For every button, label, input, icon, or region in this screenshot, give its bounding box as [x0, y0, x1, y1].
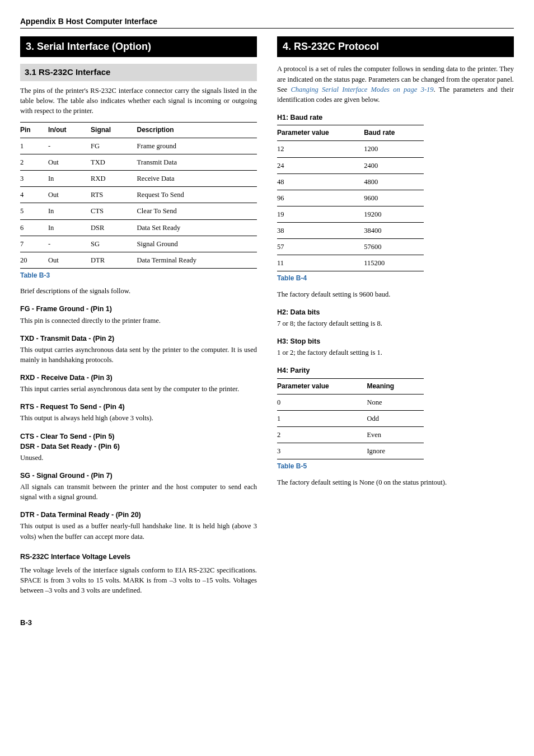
cts-dsr-body: Unused. [20, 453, 257, 463]
table-row: 2OutTXDTransmit Data [20, 154, 257, 171]
col-pin: Pin [20, 122, 48, 138]
cell-signal: FG [91, 138, 137, 154]
h4-parity-heading: H4: Parity [277, 365, 514, 375]
table-row: 6InDSRData Set Ready [20, 219, 257, 236]
table-row: 3InRXDReceive Data [20, 171, 257, 187]
table-row: 11115200 [277, 255, 424, 271]
cell-pin: 7 [20, 236, 48, 252]
baud-default-note: The factory default setting is 9600 baud… [277, 289, 514, 299]
cell-pin: 20 [20, 252, 48, 268]
right-column: 4. RS-232C Protocol A protocol is a set … [277, 36, 514, 595]
brief-descriptions-lead: Brief descriptions of the signals follow… [20, 286, 257, 296]
sg-heading: SG - Signal Ground - (Pin 7) [20, 471, 257, 481]
signal-heading: TXD - Transmit Data - (Pin 2) [20, 334, 257, 344]
signal-heading: RTS - Request To Send - (Pin 4) [20, 402, 257, 412]
table-row: 1Odd [277, 411, 424, 427]
page-header: Appendix B Host Computer Interface [20, 16, 514, 29]
col-parameter-value: Parameter value [277, 378, 367, 394]
h3-stop-bits-body: 1 or 2; the factory default setting is 1… [277, 348, 514, 358]
signal-body: This output carries asynchronous data se… [20, 345, 257, 365]
cell-param: 2 [277, 427, 367, 443]
cell-pin: 5 [20, 203, 48, 219]
cts-heading: CTS - Clear To Send - (Pin 5) [20, 431, 257, 442]
cell-desc: Receive Data [137, 171, 257, 187]
cell-param: 12 [277, 141, 364, 157]
parity-table: Parameter value Meaning 0None1Odd2Even3I… [277, 378, 424, 460]
table-row: 121200 [277, 141, 424, 157]
cell-param: 38 [277, 223, 364, 239]
cell-rate: 1200 [364, 141, 424, 157]
cross-reference-link[interactable]: Changing Serial Interface Modes on page … [291, 86, 433, 93]
cell-signal: DSR [91, 219, 137, 236]
cell-meaning: Even [367, 427, 424, 443]
cell-param: 0 [277, 394, 367, 410]
col-baud-rate: Baud rate [364, 125, 424, 141]
cell-inout: In [48, 219, 91, 236]
cell-rate: 2400 [364, 157, 424, 173]
cell-desc: Transmit Data [137, 154, 257, 171]
col-signal: Signal [91, 122, 137, 138]
pin-table: Pin In/out Signal Description 1-FGFrame … [20, 122, 257, 269]
table-b4-caption: Table B-4 [277, 274, 514, 283]
signal-heading: FG - Frame Ground - (Pin 1) [20, 304, 257, 314]
cell-desc: Frame ground [137, 138, 257, 154]
section-heading-4: 4. RS-232C Protocol [277, 36, 514, 57]
cell-meaning: Ignore [367, 443, 424, 459]
cell-inout: In [48, 203, 91, 219]
table-header-row: Parameter value Baud rate [277, 125, 424, 141]
section-heading-3: 3. Serial Interface (Option) [20, 36, 257, 57]
cell-inout: Out [48, 154, 91, 171]
cell-meaning: Odd [367, 411, 424, 427]
cell-signal: RXD [91, 171, 137, 187]
table-header-row: Pin In/out Signal Description [20, 122, 257, 138]
cell-param: 24 [277, 157, 364, 173]
table-row: 2Even [277, 427, 424, 443]
cell-desc: Clear To Send [137, 203, 257, 219]
cell-param: 96 [277, 190, 364, 206]
cell-inout: In [48, 171, 91, 187]
h2-data-bits-heading: H2: Data bits [277, 307, 514, 317]
cell-signal: RTS [91, 187, 137, 203]
table-row: 3Ignore [277, 443, 424, 459]
cell-pin: 4 [20, 187, 48, 203]
cell-inout: - [48, 236, 91, 252]
table-row: 4OutRTSRequest To Send [20, 187, 257, 203]
table-row: 969600 [277, 190, 424, 206]
cell-rate: 57600 [364, 239, 424, 255]
parity-default-note: The factory default setting is None (0 o… [277, 477, 514, 487]
cell-param: 3 [277, 443, 367, 459]
h2-data-bits-body: 7 or 8; the factory default setting is 8… [277, 318, 514, 328]
table-row: 5757600 [277, 239, 424, 255]
table-row: 1919200 [277, 206, 424, 222]
table-row: 20OutDTRData Terminal Ready [20, 252, 257, 268]
cell-rate: 19200 [364, 206, 424, 222]
col-parameter-value: Parameter value [277, 125, 364, 141]
page-footer: B-3 [20, 618, 514, 628]
cell-signal: SG [91, 236, 137, 252]
cell-signal: TXD [91, 154, 137, 171]
cell-meaning: None [367, 394, 424, 410]
signal-heading: RXD - Receive Data - (Pin 3) [20, 373, 257, 383]
signal-body: This output is always held high (above 3… [20, 413, 257, 423]
signal-body: This input carries serial asynchronous d… [20, 384, 257, 394]
cell-desc: Data Set Ready [137, 219, 257, 236]
table-row: 7-SGSignal Ground [20, 236, 257, 252]
cell-rate: 115200 [364, 255, 424, 271]
dtr-heading: DTR - Data Terminal Ready - (Pin 20) [20, 510, 257, 520]
table-b3-caption: Table B-3 [20, 271, 257, 280]
table-row: 484800 [277, 173, 424, 190]
h3-stop-bits-heading: H3: Stop bits [277, 336, 514, 346]
dtr-body: This output is used as a buffer nearly-f… [20, 521, 257, 541]
cell-desc: Data Terminal Ready [137, 252, 257, 268]
cell-pin: 1 [20, 138, 48, 154]
cell-rate: 38400 [364, 223, 424, 239]
cell-signal: CTS [91, 203, 137, 219]
table-header-row: Parameter value Meaning [277, 378, 424, 394]
cell-inout: - [48, 138, 91, 154]
cell-inout: Out [48, 187, 91, 203]
table-row: 242400 [277, 157, 424, 173]
voltage-levels-heading: RS-232C Interface Voltage Levels [20, 552, 257, 562]
col-description: Description [137, 122, 257, 138]
cell-param: 57 [277, 239, 364, 255]
cell-param: 48 [277, 173, 364, 190]
